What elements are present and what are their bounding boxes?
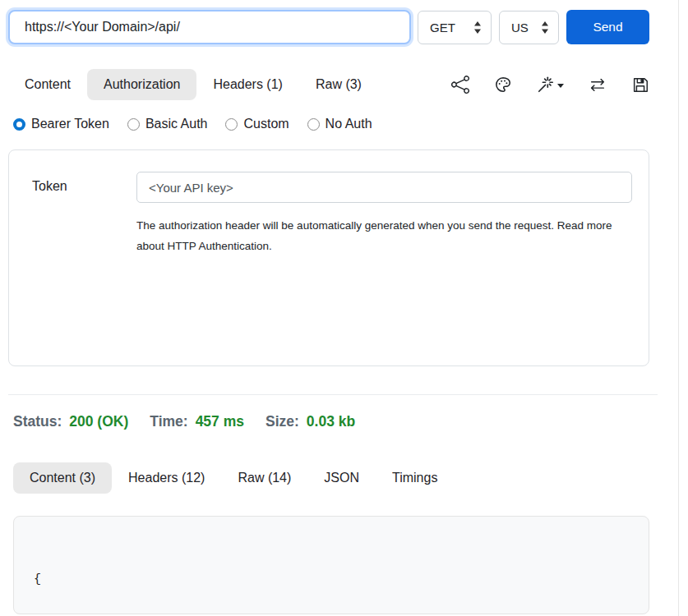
radio-basic-auth[interactable]: Basic Auth [127,117,208,131]
chevron-down-icon [557,84,564,88]
response-tabs: Content (3) Headers (12) Raw (14) JSON T… [13,462,688,494]
tab-response-json[interactable]: JSON [307,462,376,494]
select-updown-icon [473,21,482,34]
magic-wand-dropdown[interactable] [537,76,564,94]
palette-icon[interactable] [494,76,512,94]
auth-type-options: Bearer Token Basic Auth Custom No Auth [13,117,688,131]
request-bar: GET US Send [8,8,688,46]
section-divider [8,394,658,395]
size-label: Size: [266,413,299,430]
radio-unselected-icon [307,118,320,131]
radio-label: No Auth [326,117,372,131]
tab-response-timings[interactable]: Timings [376,462,454,494]
tab-raw[interactable]: Raw (3) [299,69,378,100]
radio-unselected-icon [225,118,238,131]
bearer-token-panel: Token The authorization header will be a… [8,149,649,366]
time-value: 457 ms [196,413,244,430]
request-tabs: Content Authorization Headers (1) Raw (3… [8,69,378,100]
region-select[interactable]: US [499,11,559,44]
radio-label: Custom [243,117,289,131]
share-icon[interactable] [451,76,469,94]
radio-no-auth[interactable]: No Auth [307,117,372,131]
response-status-row: Status: 200 (OK) Time: 457 ms Size: 0.03… [13,413,688,430]
tab-response-raw[interactable]: Raw (14) [221,462,307,494]
token-label: Token [32,172,136,365]
toolbar-icons [451,76,649,94]
tab-content[interactable]: Content [8,69,87,100]
radio-selected-icon [13,118,25,131]
status-pair: Status: 200 (OK) [13,413,128,430]
magic-wand-icon [537,76,555,94]
method-select-value: GET [430,21,455,34]
tab-response-content[interactable]: Content (3) [13,462,112,494]
radio-label: Bearer Token [31,117,109,131]
radio-custom[interactable]: Custom [225,117,289,131]
radio-unselected-icon [127,118,140,131]
size-value: 0.03 kb [307,413,355,430]
token-input[interactable] [136,172,632,203]
swap-arrows-icon[interactable] [589,76,607,94]
request-tabs-row: Content Authorization Headers (1) Raw (3… [8,69,649,100]
tab-authorization[interactable]: Authorization [87,69,196,100]
time-pair: Time: 457 ms [150,413,244,430]
json-open-brace: { [34,572,41,586]
status-label: Status: [13,413,62,430]
token-field-column: The authorization header will be automat… [136,172,632,365]
status-value: 200 (OK) [69,413,128,430]
radio-bearer-token[interactable]: Bearer Token [13,117,109,131]
send-button[interactable]: Send [566,10,649,44]
tab-response-headers[interactable]: Headers (12) [112,462,221,494]
auth-help-text: The authorization header will be automat… [136,215,623,256]
right-edge-divider [678,0,679,616]
response-body-code: { "message": "API running." } [13,516,649,614]
radio-label: Basic Auth [145,117,208,131]
time-label: Time: [150,413,187,430]
size-pair: Size: 0.03 kb [266,413,355,430]
method-select[interactable]: GET [418,11,492,44]
tab-headers[interactable]: Headers (1) [196,69,298,100]
save-icon[interactable] [631,76,649,94]
region-select-value: US [511,21,529,34]
url-input[interactable] [8,10,411,44]
select-updown-icon [541,21,549,34]
